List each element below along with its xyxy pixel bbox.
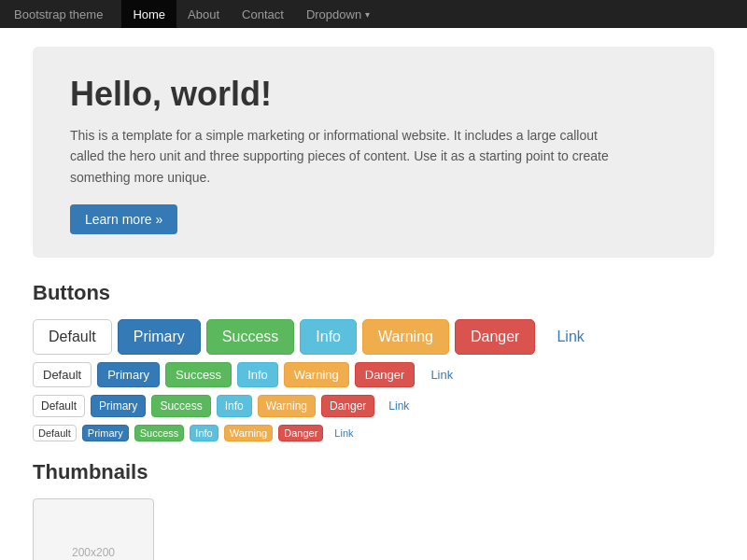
learn-more-button[interactable]: Learn more » xyxy=(70,204,177,234)
btn-row-xsmall: Default Primary Success Info Warning Dan… xyxy=(33,425,714,441)
btn-default-sm[interactable]: Default xyxy=(33,395,85,417)
btn-success-sm[interactable]: Success xyxy=(151,395,210,417)
nav-item-dropdown[interactable]: Dropdown ▾ xyxy=(295,0,381,28)
thumbnail-label: 200x200 xyxy=(72,546,115,559)
chevron-down-icon: ▾ xyxy=(365,9,370,20)
buttons-section: Buttons Default Primary Success Info War… xyxy=(33,281,714,441)
btn-row-large: Default Primary Success Info Warning Dan… xyxy=(33,319,714,355)
btn-primary-sm[interactable]: Primary xyxy=(91,395,146,417)
hero-heading: Hello, world! xyxy=(70,75,677,114)
nav-item-home[interactable]: Home xyxy=(121,0,176,28)
hero-description: This is a template for a simple marketin… xyxy=(70,125,630,188)
btn-info-sm[interactable]: Info xyxy=(217,395,252,417)
btn-warning-md[interactable]: Warning xyxy=(284,362,349,387)
btn-danger-sm[interactable]: Danger xyxy=(321,395,374,417)
navbar-brand[interactable]: Bootstrap theme xyxy=(14,7,103,21)
btn-info-md[interactable]: Info xyxy=(237,362,278,387)
btn-success-xs[interactable]: Success xyxy=(134,425,185,441)
btn-link-sm[interactable]: Link xyxy=(380,395,417,417)
btn-danger-xs[interactable]: Danger xyxy=(278,425,323,441)
btn-link-lg[interactable]: Link xyxy=(541,319,599,355)
btn-row-small: Default Primary Success Info Warning Dan… xyxy=(33,395,714,417)
thumbnail-item[interactable]: 200x200 xyxy=(33,498,154,560)
main-content: Hello, world! This is a template for a s… xyxy=(19,28,728,560)
btn-success-md[interactable]: Success xyxy=(165,362,232,387)
btn-success-lg[interactable]: Success xyxy=(206,319,294,355)
btn-info-xs[interactable]: Info xyxy=(190,425,218,441)
btn-link-md[interactable]: Link xyxy=(420,362,463,387)
btn-row-medium: Default Primary Success Info Warning Dan… xyxy=(33,362,714,387)
btn-default-xs[interactable]: Default xyxy=(33,425,77,441)
btn-warning-lg[interactable]: Warning xyxy=(362,319,449,355)
btn-warning-xs[interactable]: Warning xyxy=(224,425,274,441)
thumbnails-section-title: Thumbnails xyxy=(33,460,714,484)
thumbnails-section: Thumbnails 200x200 xyxy=(33,460,714,560)
navbar: Bootstrap theme Home About Contact Dropd… xyxy=(0,0,747,28)
nav-item-contact[interactable]: Contact xyxy=(231,0,295,28)
btn-danger-md[interactable]: Danger xyxy=(355,362,416,387)
btn-danger-lg[interactable]: Danger xyxy=(455,319,535,355)
btn-link-xs[interactable]: Link xyxy=(329,425,359,441)
btn-info-lg[interactable]: Info xyxy=(300,319,357,355)
btn-primary-md[interactable]: Primary xyxy=(97,362,160,387)
btn-primary-xs[interactable]: Primary xyxy=(82,425,129,441)
btn-warning-sm[interactable]: Warning xyxy=(258,395,316,417)
nav-item-about[interactable]: About xyxy=(176,0,231,28)
btn-primary-lg[interactable]: Primary xyxy=(118,319,201,355)
buttons-section-title: Buttons xyxy=(33,281,714,305)
nav-items: Home About Contact Dropdown ▾ xyxy=(121,0,381,28)
btn-default-lg[interactable]: Default xyxy=(33,319,112,355)
btn-default-md[interactable]: Default xyxy=(33,362,92,387)
hero-unit: Hello, world! This is a template for a s… xyxy=(33,47,714,258)
